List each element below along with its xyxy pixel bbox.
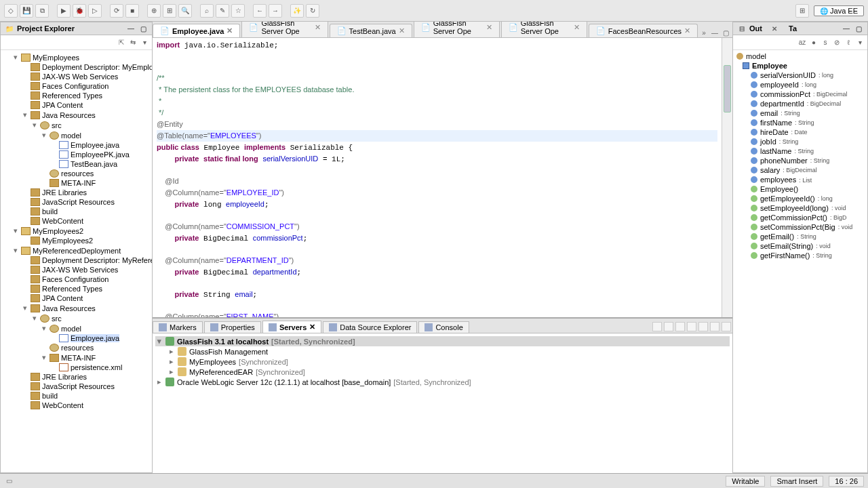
outline-class[interactable]: Employee [734, 61, 866, 70]
tree-node[interactable]: Employee.java [50, 140, 130, 150]
outline-member[interactable]: Employee() [734, 184, 866, 194]
tree-node[interactable]: WebContent [21, 216, 152, 226]
editor-tab[interactable]: 📄GlassFish Server Ope✕ [414, 22, 500, 37]
outline-member[interactable]: setEmail(String) : void [734, 241, 866, 251]
hide-static-icon[interactable]: s [821, 38, 830, 47]
forward-icon[interactable]: → [269, 4, 282, 18]
outline-member[interactable]: departmentId : BigDecimal [734, 99, 866, 108]
servers-menu-icon[interactable] [722, 322, 731, 331]
minimize-icon[interactable]: — [126, 24, 136, 33]
tree-node[interactable]: Deployment Descriptor: MyReferencedEAR [21, 256, 152, 265]
hide-nonpublic-icon[interactable]: ⊘ [832, 38, 842, 47]
view-menu-icon[interactable]: ▾ [140, 38, 149, 47]
run-last-icon[interactable]: ▷ [88, 4, 102, 18]
search-icon[interactable]: ⌕ [200, 4, 214, 18]
servers-start-icon[interactable] [652, 322, 662, 331]
outline-member[interactable]: phoneNumber : String [734, 156, 866, 165]
outline-max-icon[interactable]: ▢ [854, 24, 863, 33]
tree-node[interactable]: ▾Java Resources [21, 303, 152, 313]
tree-node[interactable]: JAX-WS Web Services [21, 265, 152, 274]
outline-menu-icon[interactable]: ▾ [855, 38, 865, 47]
outline-package[interactable]: model [734, 52, 866, 61]
save-icon[interactable]: 💾 [20, 4, 33, 18]
servers-stop-icon[interactable] [687, 322, 696, 331]
outline-member[interactable]: hireDate : Date [734, 127, 866, 137]
tree-node[interactable]: ▾src [31, 313, 122, 323]
bottom-tab[interactable]: Console [418, 321, 469, 333]
tree-node[interactable]: EmployeePK.java [50, 150, 130, 159]
server-node[interactable]: ▸MyEmployees [Synchronized] [155, 357, 730, 367]
outline-member[interactable]: salary : BigDecimal [734, 165, 866, 175]
outline-member[interactable]: setCommissionPct(Big : void [734, 222, 866, 232]
tree-node[interactable]: JPA Content [21, 293, 152, 303]
tree-node[interactable]: resources [40, 343, 122, 352]
annotation-icon[interactable]: ✎ [216, 4, 229, 18]
editor-tab[interactable]: 📄GlassFish Server Ope✕ [501, 22, 587, 37]
outline-tab-2[interactable]: Ta [789, 24, 797, 33]
tree-node[interactable]: resources [40, 169, 130, 178]
outline-member[interactable]: firstName : String [734, 118, 866, 127]
tree-node[interactable]: ▾model [40, 323, 122, 333]
outline-member[interactable]: getEmail() : String [734, 232, 866, 241]
tree-node[interactable]: JRE Libraries [21, 188, 152, 197]
tree-node[interactable]: Referenced Types [21, 91, 152, 100]
editor-tab[interactable]: 📄TestBean.java✕ [330, 24, 412, 37]
outline-member[interactable]: employeeId : long [734, 80, 866, 89]
outline-member[interactable]: serialVersionUID : long [734, 70, 866, 80]
tree-node[interactable]: ▾MyEmployees2 [12, 226, 151, 236]
editor-tab[interactable]: 📄GlassFish Server Ope✕ [241, 22, 328, 37]
close-icon[interactable]: ✕ [399, 26, 405, 35]
sort-icon[interactable]: az [797, 38, 807, 47]
tree-node[interactable]: build [21, 207, 152, 216]
outline-member[interactable]: getEmployeeId() : long [734, 194, 866, 203]
open-perspective-icon[interactable]: ⊞ [795, 4, 809, 18]
bottom-tab[interactable]: Data Source Explorer [323, 321, 417, 333]
tree-node[interactable]: Faces Configuration [21, 274, 152, 284]
saveall-icon[interactable]: ⧉ [35, 4, 49, 18]
close-icon[interactable]: ✕ [684, 26, 690, 35]
servers-profile-icon[interactable] [675, 322, 685, 331]
project-tree[interactable]: ▾MyEmployees Deployment Descriptor: MyEm… [1, 50, 152, 472]
tree-node[interactable]: persistence.xml [50, 363, 122, 372]
mark-icon[interactable]: ☆ [231, 4, 245, 18]
server-start-icon[interactable]: ⟳ [110, 4, 123, 18]
wand-icon[interactable]: ✨ [290, 4, 304, 18]
outline-member[interactable]: jobId : String [734, 137, 866, 146]
tree-node[interactable]: META-INF [40, 178, 130, 188]
tree-node[interactable]: Employee.java [50, 333, 119, 343]
hide-local-icon[interactable]: ℓ [844, 38, 853, 47]
server-stop-icon[interactable]: ■ [125, 4, 139, 18]
tree-node[interactable]: ▾MyEmployees [12, 52, 151, 62]
editor-list-icon[interactable]: » [699, 28, 709, 37]
tree-node[interactable]: WebContent [21, 401, 152, 410]
collapse-all-icon[interactable]: ⇱ [117, 38, 126, 47]
tree-node[interactable]: Deployment Descriptor: MyEmployees [21, 62, 152, 72]
server-node[interactable]: ▸Oracle WebLogic Server 12c (12.1.1) at … [155, 377, 730, 387]
servers-debug-icon[interactable] [664, 322, 673, 331]
close-icon[interactable]: ✕ [486, 23, 492, 32]
bottom-tab[interactable]: Properties [204, 321, 261, 333]
tree-node[interactable]: TestBean.java [50, 159, 130, 169]
new-project-icon[interactable]: ⊞ [163, 4, 176, 18]
server-node[interactable]: ▾GlassFish 3.1 at localhost [Started, Sy… [155, 336, 730, 346]
outline-member[interactable]: commissionPct : BigDecimal [734, 89, 866, 99]
editor-tab[interactable]: 📄Employee.java✕ [153, 24, 240, 37]
tree-node[interactable]: JRE Libraries [21, 372, 152, 382]
outline-member[interactable]: getCommissionPct() : BigD [734, 213, 866, 222]
tree-node[interactable]: Faces Configuration [21, 81, 152, 91]
outline-member[interactable]: employees : List [734, 175, 866, 184]
editor-min-icon[interactable]: — [710, 28, 719, 37]
outline-member[interactable]: getFirstName() : String [734, 251, 866, 260]
servers-clean-icon[interactable] [710, 322, 719, 331]
tree-node[interactable]: ▾src [31, 120, 130, 130]
close-icon[interactable]: ✕ [226, 26, 233, 35]
tree-node[interactable]: Referenced Types [21, 284, 152, 293]
bottom-tab[interactable]: Servers✕ [262, 321, 321, 333]
tree-node[interactable]: ▾model [40, 130, 130, 140]
outline-member[interactable]: setEmployeeId(long) : void [734, 203, 866, 213]
editor-tab[interactable]: 📄FacesBeanResources✕ [589, 24, 698, 37]
server-node[interactable]: ▸GlassFish Management [155, 346, 730, 357]
close-icon[interactable]: ✕ [574, 23, 580, 32]
tree-node[interactable]: JAX-WS Web Services [21, 72, 152, 81]
servers-view[interactable]: ▾GlassFish 3.1 at localhost [Started, Sy… [153, 333, 732, 473]
